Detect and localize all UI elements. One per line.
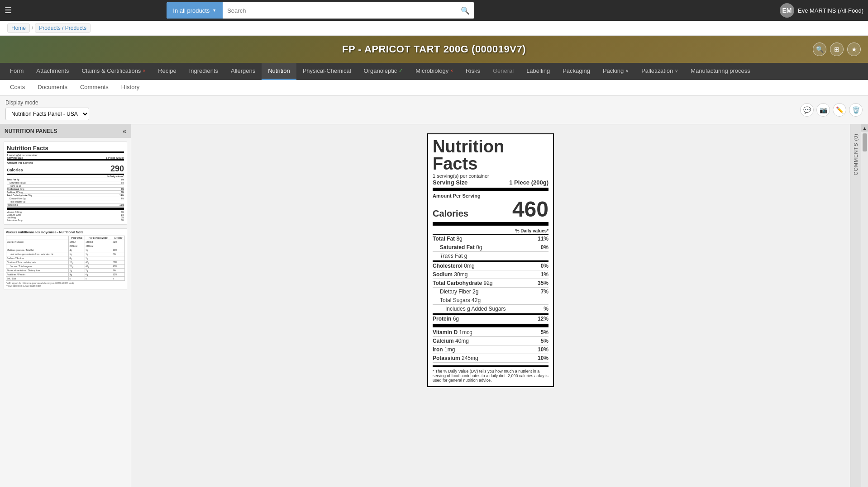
tab-packing[interactable]: Packing ∨ [596, 63, 635, 80]
sub-tab-documents[interactable]: Documents [31, 80, 74, 95]
mini-calories-val: 290 [110, 164, 124, 174]
left-panel: NUTRITION PANELS « Nutrition Facts 1 ser… [0, 124, 131, 487]
comments-label: COMMENTS (0) [853, 133, 858, 175]
search-input[interactable] [223, 2, 456, 19]
scroll-up-arrow[interactable]: ▲ [861, 124, 868, 132]
nf-row-iron-pct: 10% [538, 346, 548, 353]
tab-recipe[interactable]: Recipe [152, 63, 182, 80]
tab-attachments[interactable]: Attachments [30, 63, 75, 80]
tab-claims[interactable]: Claims & Certifications × [76, 63, 152, 80]
toolbar-comment-icon[interactable]: 💬 [800, 103, 814, 117]
mini-divider [7, 208, 124, 210]
sub-tab-costs[interactable]: Costs [4, 80, 31, 95]
tab-nutrition[interactable]: Nutrition [262, 63, 296, 80]
avatar: EM [780, 3, 794, 18]
nf-row-iron: Iron 1mg 10% [433, 345, 548, 354]
display-mode-select[interactable]: Nutrition Facts Panel - USA Tableau Nutr… [5, 108, 89, 120]
hero-favorite-icon[interactable]: ★ [847, 43, 861, 56]
hero-search-icon[interactable]: 🔍 [813, 43, 826, 56]
tab-risks[interactable]: Risks [459, 63, 486, 80]
tab-allergens[interactable]: Allergens [224, 63, 262, 80]
nf-row-protein-pct: 12% [538, 316, 548, 322]
hero-icons: 🔍 ⊞ ★ [813, 43, 861, 56]
nf-thick-divider [433, 188, 548, 191]
mini-row-chol: Cholesterol 0mg0% [7, 188, 124, 191]
mini-nf-title: Nutrition Facts [7, 145, 124, 153]
tab-claims-badge: × [143, 68, 145, 73]
sub-tab-comments[interactable]: Comments [74, 80, 115, 95]
right-sidebar: COMMENTS (0) ▲ ▼ [850, 124, 868, 487]
tab-labelling[interactable]: Labelling [520, 63, 556, 80]
toolbar-camera-icon[interactable]: 📷 [816, 103, 830, 117]
tab-packaging[interactable]: Packaging [556, 63, 596, 80]
scroll-thumb[interactable] [863, 133, 867, 151]
nf-dv-header: % Daily values* [433, 227, 548, 235]
mini-panel-usa[interactable]: Nutrition Facts 1 serving(s) per contain… [4, 142, 127, 225]
mini-nutrition-table: Pour 100g Per portion (250g) AR / DV Ene… [6, 236, 125, 281]
tab-manufacturing[interactable]: Manufacturing process [684, 63, 757, 80]
mini-row-transfat: Trans fat 0g [7, 184, 124, 188]
hamburger-icon[interactable]: ☰ [5, 5, 12, 15]
nf-row-added-sugars-pct: % [544, 306, 548, 312]
nf-row-cholesterol: Cholesterol 0mg 0% [433, 260, 548, 270]
nf-row-added-sugars: Includes g Added Sugars % [433, 305, 548, 313]
scroll-track [861, 132, 868, 487]
nf-row-totalfat-label: Total Fat 8g [433, 236, 463, 242]
nf-row-satfat-label: Saturated Fat 0g [440, 244, 482, 251]
nf-row-vitd-label: Vitamin D 1mcg [433, 329, 472, 336]
toolbar-edit-icon[interactable]: ✏️ [833, 103, 846, 117]
tab-general[interactable]: General [486, 63, 520, 80]
sub-nav: Costs Documents Comments History [0, 80, 868, 96]
tab-form[interactable]: Form [4, 63, 30, 80]
comments-sidebar: COMMENTS (0) [850, 124, 861, 487]
tab-ingredients[interactable]: Ingredients [183, 63, 224, 80]
display-mode-wrapper: Display mode Nutrition Facts Panel - USA… [5, 99, 89, 120]
nf-row-sodium-pct: 1% [541, 271, 548, 278]
nf-row-totalfat: Total Fat 8g 11% [433, 235, 548, 243]
nf-row-added-sugars-label: Includes g Added Sugars [445, 306, 506, 312]
sub-tab-history[interactable]: History [115, 80, 146, 95]
breadcrumb-home[interactable]: Home [7, 24, 30, 33]
mini-calories-row: Calories 290 [7, 164, 124, 175]
toolbar-delete-icon[interactable]: 🗑️ [849, 103, 863, 117]
right-sidebar-inner: COMMENTS (0) ▲ ▼ [850, 124, 868, 487]
nf-row-iron-label: Iron 1mg [433, 346, 455, 353]
nf-row-potassium-label: Potassium 245mg [433, 355, 478, 361]
tab-nav: Form Attachments Claims & Certifications… [0, 63, 868, 80]
scope-button[interactable]: In all products [167, 2, 223, 19]
nf-row-fiber: Dietary Fiber 2g 7% [433, 288, 548, 296]
hero-expand-icon[interactable]: ⊞ [830, 43, 844, 56]
top-bar: ☰ In all products 🔍 EM Eve MARTINS (All-… [0, 0, 868, 21]
nf-thick-divider-2 [433, 222, 548, 226]
mini-calories-label: Calories [7, 168, 23, 172]
nf-row-protein-label: Protein 6g [433, 316, 459, 322]
center-area: Nutrition Facts 1 serving(s) per contain… [131, 124, 850, 487]
tab-organoleptic[interactable]: Organoleptic ✓ [358, 63, 410, 80]
tab-physical-chemical[interactable]: Physical-Chemical [296, 63, 358, 80]
nf-row-transfat: Trans Fat g [433, 252, 548, 260]
collapse-button[interactable]: « [123, 128, 126, 135]
nf-row-cholesterol-label: Cholesterol 0mg [433, 263, 475, 269]
user-name: Eve MARTINS (All-Food) [798, 7, 863, 14]
breadcrumb-products[interactable]: Products / Products [35, 24, 91, 33]
nf-row-carb: Total Carbohydrate 92g 35% [433, 279, 548, 288]
mini-table-card[interactable]: Valeurs nutritionnelles moyennes - Nutri… [4, 228, 127, 289]
search-submit-button[interactable]: 🔍 [456, 6, 474, 15]
nf-row-totalfat-pct: 11% [538, 236, 548, 242]
mini-serving-val: 1 Piece (200g) [106, 156, 124, 159]
tab-microbiology[interactable]: Microbiology × [409, 63, 459, 80]
nf-row-calcium-pct: 5% [541, 338, 548, 344]
tab-packing-chevron: ∨ [625, 68, 629, 73]
breadcrumb: Home / Products / Products [0, 21, 868, 36]
mini-serving-label: Serving Size [7, 156, 23, 159]
nf-row-fiber-pct: 7% [541, 288, 548, 295]
nf-row-sugars: Total Sugars 42g [433, 296, 548, 305]
nf-calories-label: Calories [433, 208, 468, 219]
tab-palletization[interactable]: Palletization ∨ [635, 63, 684, 80]
nf-row-protein: Protein 6g 12% [433, 313, 548, 323]
scrollbar[interactable]: ▲ ▼ [861, 124, 868, 487]
panels-header: NUTRITION PANELS « [0, 124, 131, 138]
nf-calories-value: 460 [512, 199, 548, 220]
search-wrapper: In all products 🔍 [167, 2, 474, 19]
mini-row-satfat: Saturated fat 1g5% [7, 181, 124, 184]
